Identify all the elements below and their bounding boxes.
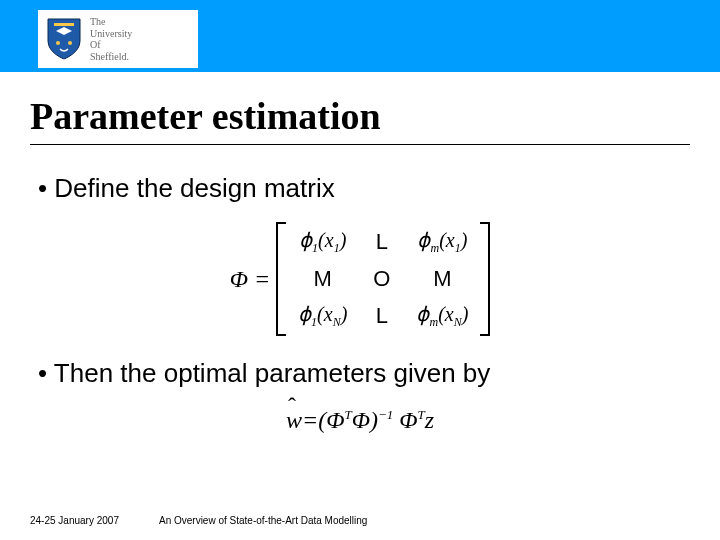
university-logo: The University Of Sheffield. [38,10,198,68]
eq-z: z [425,407,434,434]
normal-equation: w = (ΦTΦ)−1 ΦTz [30,407,690,434]
m-r2c3: M [433,266,451,292]
m-r3c3: ϕm(xN) [416,302,468,330]
header-band: The University Of Sheffield. [0,0,720,72]
logo-line-4: Sheffield. [90,51,132,63]
m-r2c1: M [314,266,332,292]
svg-point-1 [56,41,60,45]
logo-line-1: The [90,16,132,28]
university-name: The University Of Sheffield. [90,16,132,62]
m-r1c3: ϕm(x1) [417,228,467,256]
logo-line-2: University [90,28,132,40]
bullet-2: Then the optimal parameters given by [38,358,690,389]
eq-phiT-1: ΦTΦ [326,407,370,434]
crest-icon [46,17,82,61]
slide-content: Parameter estimation Define the design m… [0,72,720,540]
eq-phiT-2: ΦT [399,407,425,434]
eq-open: ( [318,407,326,434]
eq-close: ) [370,407,378,434]
svg-rect-0 [54,23,74,26]
title-rule [30,144,690,145]
eq-equals: = [302,407,318,434]
matrix-lhs: Φ = [230,266,270,293]
m-r3c1: ϕ1(xN) [298,302,347,330]
eq-w-hat: w [286,407,302,434]
footer-date: 24-25 January 2007 [30,515,119,526]
slide-footer: 24-25 January 2007 An Overview of State-… [30,515,367,526]
logo-line-3: Of [90,39,132,51]
m-r3c2: L [376,303,388,329]
m-r1c2: L [376,229,388,255]
bullet-1: Define the design matrix [38,173,690,204]
m-r2c2: O [373,266,390,292]
footer-talk-title: An Overview of State-of-the-Art Data Mod… [159,515,367,526]
slide-title: Parameter estimation [30,94,690,138]
design-matrix: Φ = ϕ1(x1) L ϕm(x1) M O M ϕ1(xN) L ϕm(xN… [30,222,690,336]
matrix-bracket: ϕ1(x1) L ϕm(x1) M O M ϕ1(xN) L ϕm(xN) [276,222,490,336]
eq-inv: −1 [378,407,393,434]
svg-point-2 [68,41,72,45]
m-r1c1: ϕ1(x1) [299,228,346,256]
